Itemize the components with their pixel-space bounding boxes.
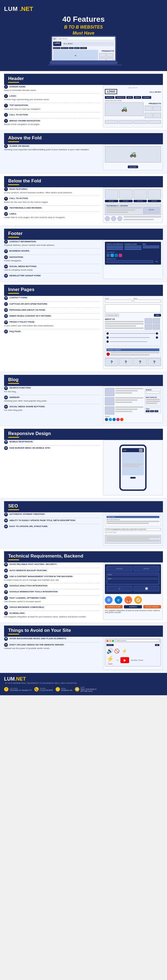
brand-logo: LUM.NET (4, 5, 163, 13)
wf-hero-img: 🚜 (105, 102, 143, 116)
edge-icon: e (115, 596, 122, 604)
wf-twitter-icon (111, 254, 114, 257)
below-fold-section: Below the Fold 7 MAIN FEATURES: of your … (0, 173, 167, 226)
feature-6-desc: Showing most important and differentiati… (4, 148, 100, 151)
big-phone-content (122, 452, 144, 469)
wf-facebook-icon (107, 254, 110, 257)
laptop-header-row: LOGO Call us: 888-888-8 (53, 41, 114, 46)
wf-share-icons (105, 418, 143, 421)
main-title: 40 Features (4, 15, 163, 24)
no-music-icon: 🚫 (114, 648, 119, 654)
feature-33: 33 GOOGLE ANALYTICS INTEGRATION: (4, 584, 100, 588)
wf-blog-post-2 (105, 397, 143, 405)
wf-blog-main: SHARE (105, 388, 143, 421)
feature-26: 26 HAM BURGER MENU ON MOBILE SITE: (4, 446, 100, 450)
blog-section: Blog 22 SEARCH FUNCTION: For the blog ..… (0, 372, 167, 426)
feature-22: 22 SEARCH FUNCTION: For the blog ... (4, 386, 100, 393)
footer-section-title: Footer (4, 229, 163, 240)
speaker-icon: 🔊 (107, 648, 113, 654)
avoid-section: Things to Avoid on Your Site 38 AVOID BA… (0, 623, 167, 673)
footer-email: ✉ EMAIL info@lum.net (56, 687, 72, 692)
wf-learn-more: Learn More (105, 164, 161, 169)
feature-32: 32 USE A CONTENT MANAGEMENT SYSTEM IN TH… (4, 575, 100, 582)
wf-url-display: HTTP://YOURWEBSITE.COM/ULTRA-LONG-PATH-T… (105, 528, 161, 531)
feature-27: 27 AUTOMATIC SITEMAP CREATION: (4, 512, 100, 516)
feature-30: 30 GOOD RELIABLE FAST HOSTING. SECURITY: (4, 562, 100, 566)
num-3: 3 (4, 104, 8, 108)
wf-email-input (107, 260, 153, 263)
laptop-illustration: ◀ ▶ www.x.net.com LOGO Call us: 888-888-… (48, 36, 119, 68)
wf-captcha: ☑ I am not a robot (105, 313, 119, 317)
inner-pages-wireframe: NAME: EMAIL: ☑ I am not a robot SEND (103, 296, 163, 369)
wf-browser-row: ⚙ e 🦊 🧭 (105, 596, 161, 604)
wf-footer-top: CONTACT INFORMATION BUSINESS HOURS (107, 243, 159, 250)
laptop-base (49, 62, 118, 64)
wf-header-row: LOGO Call us: 888-888-8 (105, 89, 161, 95)
top-banner: LUM.NET 40 Features B TO B WEBSITES Must… (0, 0, 167, 71)
wf-page-title-bar: PAGE TITLE (107, 516, 159, 518)
flash-warning: ⚡ FLASH (107, 655, 114, 665)
feature-6-title: SLIDER OR IMAGE: (10, 145, 30, 147)
wf-contact-col: CONTACT INFORMATION (107, 243, 123, 250)
wf-f-dot-1 (107, 332, 109, 334)
wf-avoid-browser: www.x.net.com LUM.NET NAV 🔊 🚫 (105, 639, 161, 667)
seo-content: 27 AUTOMATIC SITEMAP CREATION: 28 ABILIT… (4, 512, 163, 546)
wf-faq-q1: ? (105, 358, 118, 366)
footer-logo-lum: LUM (4, 676, 15, 682)
feature-10: 10 LINKS: create links to inner pages. A… (4, 212, 100, 219)
feature-4: 4 CALL TO ACTION: (4, 113, 100, 117)
wf-cms-area: TITLE TEXT (107, 573, 159, 585)
feature-9: 9 TESTIMONIALS AND REVIEWS: (4, 206, 100, 210)
feature-31: 31 AUTO WEBSITE BACKUP FEATURE: (4, 569, 100, 573)
schema-address-badge: ADDRESS (124, 605, 142, 608)
big-phone-screen: LUM (122, 448, 144, 475)
feature-1-desc: Easy to remember domain name. (4, 89, 100, 92)
wf-f-dot-3 (107, 340, 109, 343)
footer-section: Footer 11 CONTACT INFORMATION: Physical … (0, 226, 167, 282)
wf-nav: SERVICES PRODUCTS BLOG ABOUT CONTACT (105, 96, 161, 99)
wf-popular-box: MOST POPULAR (145, 396, 161, 406)
brand-dotnet: .NET (20, 5, 33, 13)
flash-plugin-icon: ⚡ (107, 655, 114, 663)
feature-6: 6 SLIDER OR IMAGE: Showing most importan… (4, 144, 100, 151)
feature-1-title: DOMAIN NAME: (10, 86, 26, 88)
inner-pages-title: Inner Pages (4, 285, 163, 296)
laptop-nav: Call us: 888-888-8 (62, 41, 114, 46)
feature-2-desc: A clean logo representing your business … (4, 98, 100, 101)
feature-23: 23 SIDEBAR: Showing your other most popu… (4, 396, 100, 402)
wf-blog-layout: SHARE SEAR (105, 388, 161, 421)
big-phone-nav: LUM (122, 448, 144, 452)
wf-newsletter-form: SUB (107, 260, 159, 263)
wf-instagram-icon (119, 254, 122, 257)
wf-avoid-site-content: LUM.NET NAV 🔊 🚫 ⚡ (105, 643, 161, 666)
num-4: 4 (4, 113, 8, 117)
above-fold-section: Above the Fold 6 SLIDER OR IMAGE: Showin… (0, 130, 167, 173)
wf-url-area: HTTP://YOURWEBSITE.COM/ULTRA-LONG-PATH-T… (105, 528, 161, 533)
feature-36: 36 CROSS BROWSER COMPATIBLE: (4, 605, 100, 609)
feature-3-title: TOP NAVIGATION: (10, 104, 29, 107)
feature-34: 34 GOOGLE WEBMASTER TOOLS INTEGRATION: (4, 590, 100, 594)
footer-section-content: 11 CONTACT INFORMATION: Physical address… (4, 240, 163, 279)
youtube-icon: ▶ (121, 657, 129, 663)
phone-icon: 📞 (34, 687, 39, 692)
brand-lum: LUM (4, 5, 18, 13)
schema-badges: BUSINESS NAME ADDRESS PHONE NUMBER (105, 605, 161, 608)
below-fold-wireframe: BUTTON 1 BUTTON 2 BUTTON 3 BUTTON 4 TEST… (103, 187, 163, 223)
phone-hero-img (123, 453, 143, 463)
video-alternatives: ⚡ FLASH → ▶ YouTube / Vimeo (107, 655, 159, 665)
feature-15: 15 NEWSLETTER SIGNUP FORM: (4, 274, 100, 278)
seo-section: SEO 27 AUTOMATIC SITEMAP CREATION: 28 AB… (0, 498, 167, 549)
phone-home-button (130, 477, 136, 479)
footer-feature-list: 11 CONTACT INFORMATION: Physical address… (4, 240, 100, 279)
feature-39: 39 DON'T UPLOAD VIDEOS ON THE WEBSITE SE… (4, 643, 100, 650)
feature-2-title: LOGO: (10, 95, 17, 97)
chrome-icon: ⚙ (105, 596, 113, 604)
schema-business-badge: BUSINESS NAME (105, 605, 122, 608)
feature-28: 28 ABILITY TO EASILY UPDATE PAGE TITLE, … (4, 519, 100, 522)
num-6: 6 (4, 144, 8, 148)
wf-products-grid (105, 189, 161, 199)
avoid-title: Things to Avoid on Your Site (4, 625, 163, 637)
wf-misc-col: MISC (143, 243, 159, 250)
footer-logo-row: LUM.NET B TO B MARKETING | BUSINESS TO B… (4, 676, 163, 684)
technical-list: 30 GOOD RELIABLE FAST HOSTING. SECURITY:… (4, 562, 100, 620)
